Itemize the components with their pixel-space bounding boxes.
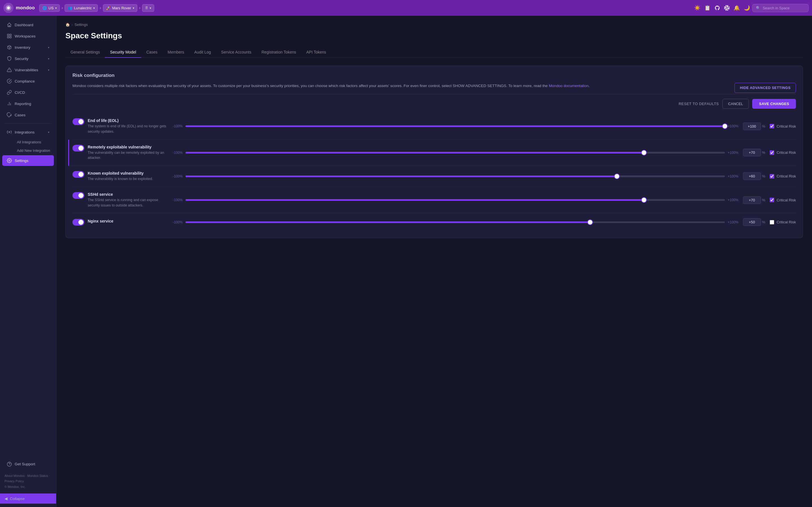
topnav: mondoo 🌐 US ▾ › 👥 Lunalectric ▾ › 🚀 Mars… <box>0 0 812 16</box>
about-link[interactable]: About Mondoo <box>4 474 25 477</box>
org-label: Lunalectric <box>74 6 92 10</box>
chevron-down-icon-4: ▾ <box>150 6 151 10</box>
risk-desc-ke: The vulnerability is known to be exploit… <box>88 176 168 182</box>
pct-label-eol: % <box>762 124 765 128</box>
badge-checkbox-sshd[interactable] <box>770 198 774 202</box>
collapse-btn[interactable]: ◀ Collapse <box>0 494 56 504</box>
toggle-sshd[interactable] <box>72 192 84 199</box>
sidebar-item-dashboard[interactable]: Dashboard <box>2 19 54 30</box>
tab-security-model[interactable]: Security Model <box>105 47 141 58</box>
slider-area-ke: -100% +100% <box>173 174 739 178</box>
slider-track-re[interactable] <box>186 152 725 154</box>
risk-name-sshd: SSHd service <box>88 192 168 196</box>
value-field-nginx[interactable] <box>743 218 761 226</box>
sidebar-item-label: Reporting <box>15 102 31 106</box>
sidebar-item-compliance[interactable]: Compliance <box>2 76 54 87</box>
sidebar-item-vulnerabilities[interactable]: Vulnerabilities ▾ <box>2 64 54 75</box>
value-field-re[interactable] <box>743 149 761 156</box>
slider-track-eol[interactable] <box>186 125 725 127</box>
sidebar-sub-add-integration[interactable]: Add New Integration <box>14 147 54 155</box>
toggle-ke[interactable] <box>72 171 84 178</box>
sidebar-item-cicd[interactable]: CI/CD <box>2 87 54 98</box>
risk-desc-re: The vulnerability can be remotely exploi… <box>88 150 168 161</box>
home-icon[interactable]: 🏠 <box>65 22 70 27</box>
value-field-eol[interactable] <box>743 122 761 130</box>
nav-sep-3: › <box>139 5 140 10</box>
search-placeholder: Search in Space <box>763 6 790 10</box>
region-label: US <box>49 6 54 10</box>
tabs: General Settings Security Model Cases Me… <box>65 47 803 58</box>
chevron-icon: ▾ <box>48 46 49 49</box>
tab-registration-tokens[interactable]: Registration Tokens <box>257 47 301 58</box>
sub-space-selector[interactable]: ⠿ ▾ <box>142 4 154 12</box>
sidebar-item-label: Compliance <box>15 79 35 83</box>
badge-wrap-nginx: Critical Risk <box>770 220 796 224</box>
tab-service-accounts[interactable]: Service Accounts <box>216 47 256 58</box>
sidebar-item-label: Inventory <box>15 45 31 50</box>
slider-area-sshd: -100% +100% <box>173 198 739 202</box>
slider-track-ke[interactable] <box>186 175 725 177</box>
sidebar-item-inventory[interactable]: Inventory ▾ <box>2 42 54 53</box>
sidebar-item-security[interactable]: Security ▾ <box>2 53 54 64</box>
tab-members[interactable]: Members <box>163 47 189 58</box>
badge-checkbox-eol[interactable] <box>770 124 774 128</box>
org-icon: 👥 <box>68 6 72 10</box>
org-selector[interactable]: 👥 Lunalectric ▾ <box>64 4 98 12</box>
tab-audit-log[interactable]: Audit Log <box>189 47 216 58</box>
nav-icons: ☀️ 📋 🔔 🌙 <box>694 5 750 11</box>
tab-api-tokens[interactable]: API Tokens <box>301 47 331 58</box>
toggle-nginx[interactable] <box>72 219 84 226</box>
hide-advanced-btn[interactable]: HIDE ADVANCED SETTINGS <box>734 83 796 93</box>
sidebar-item-cases[interactable]: Cases <box>2 110 54 120</box>
cancel-btn[interactable]: CANCEL <box>722 99 749 109</box>
badge-checkbox-re[interactable] <box>770 151 774 155</box>
toggle-eol[interactable] <box>72 118 84 125</box>
value-field-sshd[interactable] <box>743 196 761 204</box>
slider-min-sshd: -100% <box>173 198 183 202</box>
tab-general-settings[interactable]: General Settings <box>65 47 105 58</box>
risk-desc-body: Mondoo considers multiple risk factors w… <box>72 83 548 88</box>
tab-cases[interactable]: Cases <box>141 47 163 58</box>
badge-label-re: Critical Risk <box>776 151 796 155</box>
value-input-re: % <box>743 149 765 156</box>
value-field-ke[interactable] <box>743 172 761 180</box>
risk-row-known-exploited: Known exploited vulnerability The vulner… <box>72 166 796 187</box>
toggle-re[interactable] <box>72 145 84 152</box>
chevron-down-icon-2: ▾ <box>93 6 95 10</box>
risk-info-nginx: Nginx service <box>88 219 168 224</box>
reset-defaults-btn[interactable]: RESET TO DEFAULTS <box>679 102 719 106</box>
sidebar-item-workspaces[interactable]: Workspaces <box>2 31 54 41</box>
github-icon-btn[interactable] <box>714 5 720 11</box>
risk-name-nginx: Nginx service <box>88 219 168 223</box>
sidebar-item-label: Get Support <box>15 462 35 466</box>
docs-icon-btn[interactable]: 📋 <box>704 5 711 11</box>
bell-icon-btn[interactable]: 🔔 <box>733 5 740 11</box>
privacy-link[interactable]: Privacy Policy <box>4 480 24 483</box>
region-selector[interactable]: 🌐 US ▾ <box>39 4 60 12</box>
sidebar-item-integrations[interactable]: Integrations ▾ <box>2 127 54 137</box>
slider-min-ke: -100% <box>173 174 183 178</box>
theme-toggle-btn[interactable]: 🌙 <box>744 5 750 11</box>
sidebar-sub-all-integrations[interactable]: All Integrations <box>14 138 54 146</box>
slider-track-sshd[interactable] <box>186 199 725 201</box>
risk-row-left-eol: End of life (EOL) The system is end of l… <box>72 118 168 134</box>
sidebar-item-get-support[interactable]: Get Support <box>2 459 54 469</box>
sidebar-item-settings[interactable]: Settings <box>2 155 54 166</box>
slider-min-eol: -100% <box>173 124 183 128</box>
chevron-down-icon: ▾ <box>55 6 57 10</box>
search-box[interactable]: 🔍 Search in Space <box>752 4 809 12</box>
save-changes-btn[interactable]: SAVE CHANGES <box>752 99 796 109</box>
badge-checkbox-nginx[interactable] <box>770 220 774 224</box>
badge-checkbox-ke[interactable] <box>770 174 774 179</box>
sidebar-item-reporting[interactable]: Reporting <box>2 98 54 109</box>
risk-info-ke: Known exploited vulnerability The vulner… <box>88 171 168 182</box>
slack-icon-btn[interactable] <box>724 5 730 11</box>
pct-label-nginx: % <box>762 220 765 224</box>
sun-icon-btn[interactable]: ☀️ <box>694 5 700 11</box>
action-row: RESET TO DEFAULTS CANCEL SAVE CHANGES <box>72 94 796 113</box>
status-link[interactable]: Mondoo Status <box>28 474 48 477</box>
slider-track-nginx[interactable] <box>186 221 725 223</box>
svg-rect-6 <box>10 37 11 38</box>
space-selector[interactable]: 🚀 Mars Rover ▾ <box>103 4 137 12</box>
mondoo-doc-link[interactable]: Mondoo documentation <box>549 83 589 88</box>
